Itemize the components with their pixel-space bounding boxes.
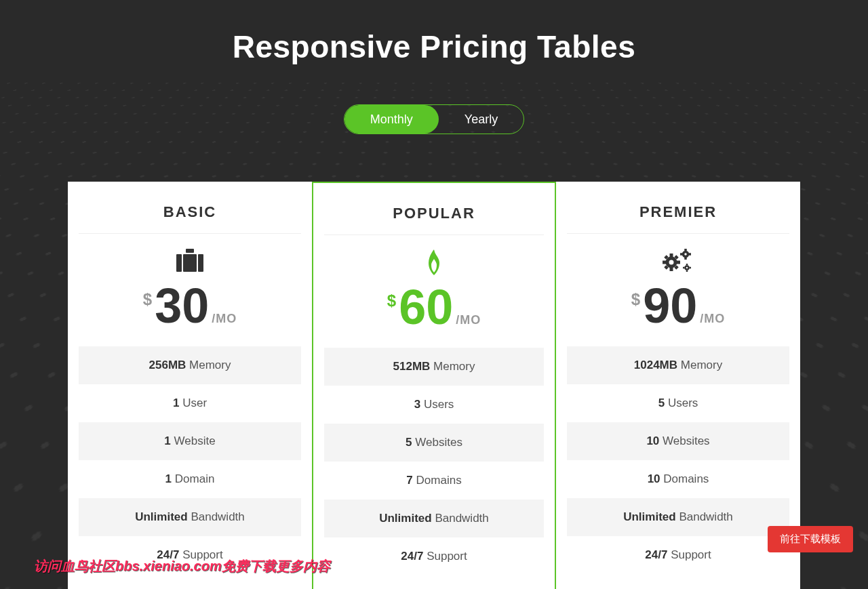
price-amount: 30 <box>155 281 209 330</box>
plan-name: BASIC <box>79 182 301 234</box>
feature-item: 1 User <box>79 384 301 422</box>
pricing-card-basic: BASIC $ 30 /MO 256MB Memory 1 User 1 Web… <box>68 182 312 589</box>
feature-list: 512MB Memory 3 Users 5 Websites 7 Domain… <box>324 348 544 575</box>
svg-point-4 <box>667 258 675 266</box>
billing-toggle: Monthly Yearly <box>344 104 524 134</box>
plan-name: PREMIER <box>567 182 789 234</box>
feature-item: 10 Websites <box>567 422 789 460</box>
svg-point-18 <box>686 266 689 270</box>
svg-rect-1 <box>183 254 197 272</box>
feature-item: 24/7 Support <box>567 536 789 574</box>
feature-item: 1 Website <box>79 422 301 460</box>
feature-item: 1024MB Memory <box>567 346 789 384</box>
feature-item: 3 Users <box>324 386 544 424</box>
svg-rect-2 <box>198 254 203 272</box>
price-period: /MO <box>700 312 725 326</box>
feature-item: 512MB Memory <box>324 348 544 386</box>
feature-item: 5 Websites <box>324 424 544 462</box>
svg-rect-0 <box>176 254 182 272</box>
gears-icon <box>556 246 800 276</box>
plan-name: POPULAR <box>324 183 544 235</box>
currency-symbol: $ <box>143 290 152 309</box>
pricing-card-premier: PREMIER <box>556 182 800 589</box>
feature-item: 1 Domain <box>79 460 301 498</box>
feature-list: 256MB Memory 1 User 1 Website 1 Domain U… <box>79 346 301 574</box>
price-row: $ 30 /MO <box>68 281 312 330</box>
svg-line-10 <box>675 266 677 268</box>
feature-item: Unlimited Bandwidth <box>324 500 544 537</box>
price-amount: 90 <box>643 281 697 330</box>
pricing-card-popular: POPULAR $ 60 /MO 512MB Memory 3 Users 5 … <box>312 182 556 589</box>
feature-item: 7 Domains <box>324 462 544 500</box>
pricing-cards: BASIC $ 30 /MO 256MB Memory 1 User 1 Web… <box>0 182 868 589</box>
svg-rect-3 <box>186 249 194 253</box>
svg-line-9 <box>665 256 667 258</box>
feature-item: 10 Domains <box>567 460 789 498</box>
currency-symbol: $ <box>631 290 640 309</box>
feature-item: Unlimited Bandwidth <box>79 498 301 536</box>
feature-list: 1024MB Memory 5 Users 10 Websites 10 Dom… <box>567 346 789 574</box>
page-title: Responsive Pricing Tables <box>0 0 868 65</box>
price-amount: 60 <box>399 283 453 331</box>
page-content: Responsive Pricing Tables Monthly Yearly… <box>0 0 868 589</box>
watermark-text: 访问血鸟社区bbs.xieniao.com免费下载更多内容 <box>34 557 330 575</box>
feature-item: 5 Users <box>567 384 789 422</box>
currency-symbol: $ <box>387 291 396 310</box>
price-row: $ 60 /MO <box>313 283 555 331</box>
briefcase-icon <box>68 246 312 276</box>
feature-item: 256MB Memory <box>79 346 301 384</box>
download-template-button[interactable]: 前往下载模板 <box>768 526 853 552</box>
feature-item: Unlimited Bandwidth <box>567 498 789 536</box>
svg-point-13 <box>684 252 688 257</box>
flame-icon <box>313 247 555 277</box>
price-row: $ 90 /MO <box>556 281 800 330</box>
price-period: /MO <box>456 313 481 327</box>
toggle-monthly-button[interactable]: Monthly <box>344 105 439 134</box>
price-period: /MO <box>212 312 237 326</box>
svg-line-12 <box>675 256 677 258</box>
feature-item: 24/7 Support <box>324 537 544 575</box>
billing-toggle-wrap: Monthly Yearly <box>0 104 868 134</box>
toggle-yearly-button[interactable]: Yearly <box>439 105 524 134</box>
svg-line-11 <box>665 266 667 268</box>
